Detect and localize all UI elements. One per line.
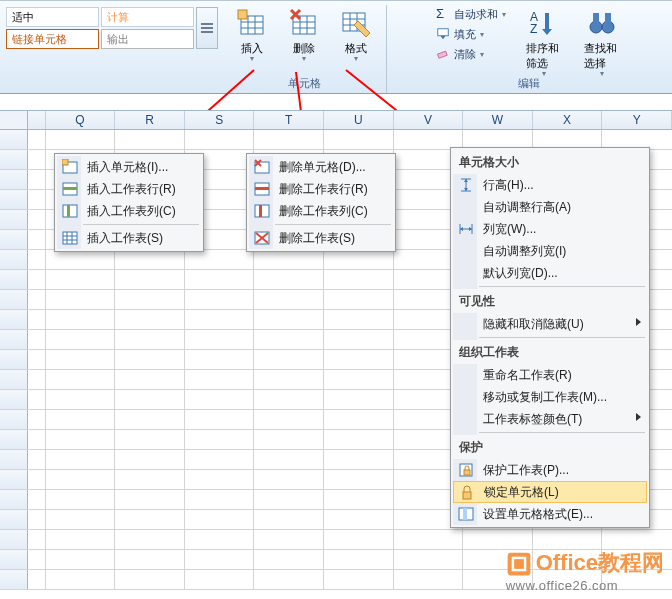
cell[interactable] [185, 470, 255, 489]
styles-expand[interactable] [196, 7, 218, 49]
cell[interactable] [254, 390, 324, 409]
menu-delete-sheet[interactable]: 删除工作表(S) [249, 227, 393, 249]
row-header[interactable] [0, 350, 28, 369]
col-header[interactable]: X [533, 111, 603, 129]
cell[interactable] [254, 550, 324, 569]
cell[interactable] [185, 310, 255, 329]
cell[interactable] [324, 470, 394, 489]
row-header[interactable] [0, 510, 28, 529]
cell[interactable] [394, 570, 464, 589]
cell[interactable] [115, 310, 185, 329]
cell[interactable] [254, 250, 324, 269]
cell[interactable] [185, 250, 255, 269]
cell[interactable] [28, 270, 46, 289]
cell[interactable] [185, 570, 255, 589]
row-header[interactable] [0, 210, 28, 229]
cell[interactable] [324, 430, 394, 449]
row-header[interactable] [0, 450, 28, 469]
cell[interactable] [46, 570, 116, 589]
cell[interactable] [46, 510, 116, 529]
cell[interactable] [28, 310, 46, 329]
cell[interactable] [28, 470, 46, 489]
cell[interactable] [28, 330, 46, 349]
row-header[interactable] [0, 530, 28, 549]
menu-insert-sheet[interactable]: 插入工作表(S) [57, 227, 201, 249]
row-header[interactable] [0, 470, 28, 489]
menu-insert-rows[interactable]: 插入工作表行(R) [57, 178, 201, 200]
style-moderate[interactable]: 适中 [6, 7, 99, 27]
header-corner[interactable] [0, 111, 28, 129]
cell[interactable] [115, 430, 185, 449]
menu-protect-sheet[interactable]: 保护工作表(P)... [453, 459, 647, 481]
cell[interactable] [46, 290, 116, 309]
row-header[interactable] [0, 490, 28, 509]
menu-row-height[interactable]: 行高(H)... [453, 174, 647, 196]
sort-filter-button[interactable]: A Z 排序和筛选 ▾ [524, 5, 564, 79]
col-header[interactable] [28, 111, 46, 129]
cell[interactable] [324, 250, 394, 269]
cell[interactable] [463, 530, 533, 549]
cell[interactable] [185, 510, 255, 529]
cell[interactable] [324, 450, 394, 469]
cell[interactable] [46, 470, 116, 489]
cell[interactable] [185, 290, 255, 309]
cell[interactable] [28, 150, 46, 169]
cell[interactable] [254, 490, 324, 509]
cell[interactable] [115, 250, 185, 269]
cell[interactable] [115, 370, 185, 389]
cell[interactable] [28, 410, 46, 429]
cell[interactable] [254, 290, 324, 309]
cell[interactable] [28, 550, 46, 569]
cell[interactable] [28, 510, 46, 529]
cell[interactable] [46, 530, 116, 549]
row-header[interactable] [0, 570, 28, 589]
cell[interactable] [254, 350, 324, 369]
row-header[interactable] [0, 290, 28, 309]
cell[interactable] [28, 490, 46, 509]
cell[interactable] [115, 270, 185, 289]
delete-button[interactable]: 删除 ▾ [284, 5, 324, 64]
cell[interactable] [254, 410, 324, 429]
col-header[interactable]: Q [46, 111, 116, 129]
cell[interactable] [394, 550, 464, 569]
cell[interactable] [254, 470, 324, 489]
cell[interactable] [28, 290, 46, 309]
cell[interactable] [115, 290, 185, 309]
menu-insert-cols[interactable]: 插入工作表列(C) [57, 200, 201, 222]
cell[interactable] [324, 490, 394, 509]
cell[interactable] [28, 390, 46, 409]
cell[interactable] [115, 410, 185, 429]
row-header[interactable] [0, 330, 28, 349]
cell[interactable] [46, 430, 116, 449]
cell[interactable] [185, 390, 255, 409]
cell[interactable] [254, 370, 324, 389]
cell[interactable] [28, 250, 46, 269]
col-header[interactable]: U [324, 111, 394, 129]
cell[interactable] [46, 310, 116, 329]
col-header[interactable]: Y [602, 111, 672, 129]
menu-hide-unhide[interactable]: 隐藏和取消隐藏(U) [453, 313, 647, 335]
cell[interactable] [28, 210, 46, 229]
menu-move-copy[interactable]: 移动或复制工作表(M)... [453, 386, 647, 408]
menu-col-width[interactable]: 列宽(W)... [453, 218, 647, 240]
row-header[interactable] [0, 230, 28, 249]
cell[interactable] [254, 430, 324, 449]
cell[interactable] [324, 550, 394, 569]
cell[interactable] [185, 130, 255, 149]
cell[interactable] [115, 390, 185, 409]
format-button[interactable]: 格式 ▾ [336, 5, 376, 64]
cell[interactable] [533, 530, 603, 549]
cell[interactable] [185, 430, 255, 449]
menu-autofit-row[interactable]: 自动调整行高(A) [453, 196, 647, 218]
autosum-button[interactable]: Σ 自动求和 ▾ [436, 5, 506, 23]
cell[interactable] [185, 350, 255, 369]
cell[interactable] [28, 430, 46, 449]
style-hyperlink[interactable]: 链接单元格 [6, 29, 99, 49]
cell[interactable] [254, 310, 324, 329]
cell[interactable] [185, 330, 255, 349]
cell[interactable] [115, 330, 185, 349]
cell[interactable] [324, 510, 394, 529]
cell[interactable] [115, 530, 185, 549]
cell[interactable] [115, 470, 185, 489]
cell[interactable] [254, 270, 324, 289]
